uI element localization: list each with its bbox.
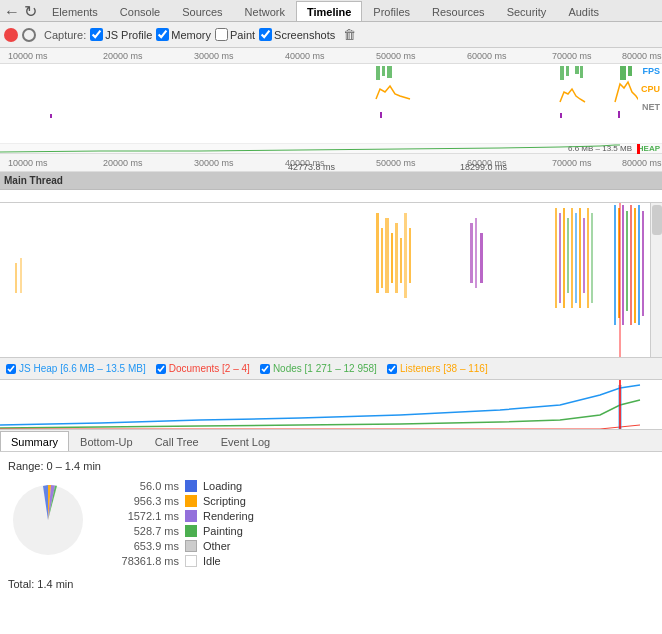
flame-chart-area[interactable] — [0, 203, 662, 358]
back-icon[interactable]: ← — [4, 3, 20, 21]
svg-rect-13 — [376, 213, 379, 293]
heap-sparkline — [0, 144, 620, 154]
breakdown-other: 653.9 ms Other — [104, 540, 254, 552]
tab-console[interactable]: Console — [109, 1, 171, 21]
memory-checkbox[interactable]: Memory — [156, 28, 211, 41]
tab-bottom-up[interactable]: Bottom-Up — [69, 431, 144, 451]
tick-60000: 60000 ms — [467, 51, 507, 61]
screenshots-checkbox[interactable]: Screenshots — [259, 28, 335, 41]
time-marker-1: 42773.8 ms — [288, 162, 335, 172]
timeline-ruler-main: 10000 ms 20000 ms 30000 ms 40000 ms 5000… — [0, 154, 662, 172]
legend-js-heap[interactable]: JS Heap [6.6 MB – 13.5 MB] — [6, 363, 146, 374]
svg-rect-17 — [395, 223, 398, 293]
legend-listeners[interactable]: Listeners [38 – 116] — [387, 363, 488, 374]
svg-rect-28 — [571, 208, 573, 308]
forward-icon[interactable]: ↻ — [24, 2, 37, 21]
loading-color — [185, 480, 197, 492]
pie-svg — [8, 480, 88, 560]
flame-chart-svg — [0, 203, 650, 358]
svg-rect-15 — [385, 218, 389, 293]
summary-content: Range: 0 – 1.4 min — [0, 452, 662, 598]
cpu-label: CPU — [641, 84, 660, 94]
svg-rect-27 — [567, 218, 569, 293]
tick-30000: 30000 ms — [194, 51, 234, 61]
fps-chart — [0, 64, 638, 144]
clear-button[interactable] — [22, 28, 36, 42]
tab-sources[interactable]: Sources — [171, 1, 233, 21]
nav-tabs: ← ↻ Elements Console Sources Network Tim… — [0, 0, 662, 22]
total-text: Total: 1.4 min — [8, 578, 654, 590]
heap-label: HEAP — [638, 144, 660, 153]
tab-network[interactable]: Network — [234, 1, 296, 21]
svg-rect-26 — [563, 208, 565, 308]
svg-rect-10 — [380, 112, 382, 118]
other-color — [185, 540, 197, 552]
tick-20000: 20000 ms — [103, 51, 143, 61]
tick-40000: 40000 ms — [285, 51, 325, 61]
fps-cpu-net-area: FPS CPU NET — [0, 64, 662, 144]
svg-rect-1 — [382, 66, 385, 76]
svg-rect-12 — [618, 111, 620, 118]
tab-call-tree[interactable]: Call Tree — [144, 431, 210, 451]
svg-rect-40 — [638, 205, 640, 325]
svg-rect-39 — [634, 208, 636, 323]
capture-toolbar: Capture: JS Profile Memory Paint Screens… — [0, 22, 662, 48]
svg-rect-3 — [560, 66, 564, 80]
heap-mini-bar: HEAP 6.6 MB – 13.5 MB — [0, 144, 662, 154]
range-text: Range: 0 – 1.4 min — [8, 460, 654, 472]
pie-chart — [8, 480, 88, 560]
scrollbar-thumb[interactable] — [652, 205, 662, 235]
legend-nodes[interactable]: Nodes [1 271 – 12 958] — [260, 363, 377, 374]
svg-rect-16 — [391, 233, 393, 283]
tab-summary[interactable]: Summary — [0, 431, 69, 451]
paint-checkbox[interactable]: Paint — [215, 28, 255, 41]
main-thread-row: Main Thread — [0, 172, 662, 190]
svg-rect-37 — [626, 211, 628, 311]
svg-rect-36 — [622, 205, 624, 325]
breakdown-idle: 78361.8 ms Idle — [104, 555, 254, 567]
svg-rect-32 — [587, 208, 589, 308]
js-profile-checkbox[interactable]: JS Profile — [90, 28, 152, 41]
tick-10000: 10000 ms — [8, 51, 48, 61]
mini-chart-svg — [0, 380, 650, 430]
painting-color — [185, 525, 197, 537]
timeline-ruler-top: 10000 ms 20000 ms 30000 ms 40000 ms 5000… — [0, 48, 662, 64]
tab-elements[interactable]: Elements — [41, 1, 109, 21]
svg-rect-43 — [20, 258, 22, 293]
tick-70000: 70000 ms — [552, 51, 592, 61]
svg-rect-33 — [591, 213, 593, 303]
tab-resources[interactable]: Resources — [421, 1, 496, 21]
timeline-overview: 10000 ms 20000 ms 30000 ms 40000 ms 5000… — [0, 48, 662, 203]
breakdown-rendering: 1572.1 ms Rendering — [104, 510, 254, 522]
svg-rect-9 — [50, 114, 52, 118]
breakdown-loading: 56.0 ms Loading — [104, 480, 254, 492]
svg-rect-6 — [580, 66, 583, 78]
svg-rect-4 — [566, 66, 569, 76]
svg-rect-2 — [387, 66, 392, 78]
legend-bar: JS Heap [6.6 MB – 13.5 MB] Documents [2 … — [0, 358, 662, 380]
tick-80000: 80000 ms — [622, 51, 662, 61]
svg-rect-25 — [559, 213, 561, 303]
record-button[interactable] — [4, 28, 18, 42]
svg-rect-5 — [575, 66, 579, 74]
rendering-color — [185, 510, 197, 522]
tab-timeline[interactable]: Timeline — [296, 1, 362, 21]
breakdown-table: 56.0 ms Loading 956.3 ms Scripting 1572.… — [104, 480, 254, 570]
tab-security[interactable]: Security — [496, 1, 558, 21]
svg-rect-42 — [15, 263, 17, 293]
svg-rect-29 — [575, 213, 577, 303]
svg-rect-34 — [614, 205, 616, 325]
trash-icon[interactable]: 🗑 — [343, 27, 356, 42]
flame-scrollbar[interactable] — [650, 203, 662, 358]
tab-profiles[interactable]: Profiles — [362, 1, 421, 21]
scripting-label: Scripting — [203, 495, 246, 507]
mini-chart-area — [0, 380, 662, 430]
tab-audits[interactable]: Audits — [557, 1, 610, 21]
fps-label: FPS — [642, 66, 660, 76]
devtools-window: ← ↻ Elements Console Sources Network Tim… — [0, 0, 662, 634]
legend-documents[interactable]: Documents [2 – 4] — [156, 363, 250, 374]
svg-rect-21 — [470, 223, 473, 283]
svg-rect-19 — [404, 213, 407, 298]
capture-label: Capture: — [44, 29, 86, 41]
tab-event-log[interactable]: Event Log — [210, 431, 282, 451]
